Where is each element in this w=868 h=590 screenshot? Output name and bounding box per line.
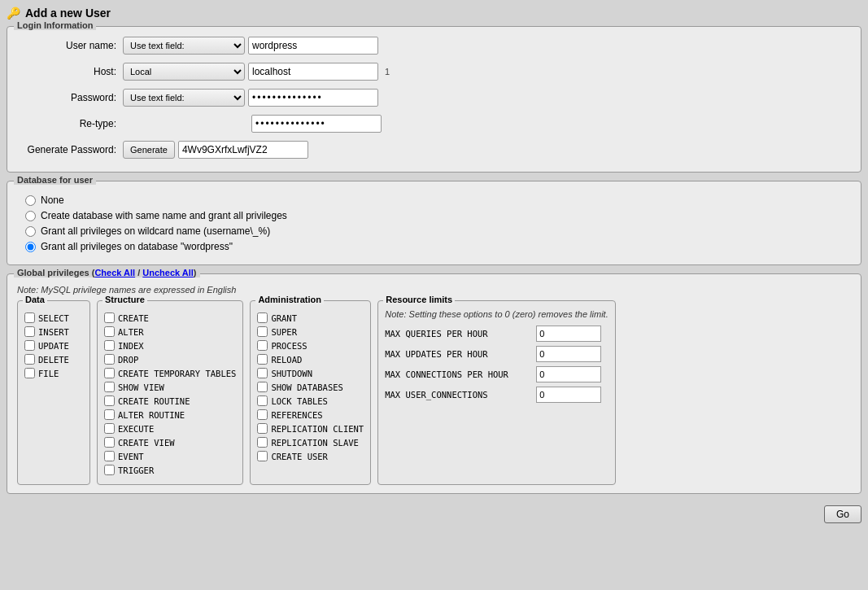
checkbox-show-databases[interactable] [257, 382, 268, 392]
label-event: EVENT [118, 452, 144, 461]
host-type-select[interactable]: Local [123, 63, 245, 81]
priv-note: Note: MySQL privilege names are expresse… [17, 285, 236, 295]
check-all-link[interactable]: Check All [94, 268, 135, 278]
priv-item-trigger: TRIGGER [104, 465, 236, 475]
checkbox-drop[interactable] [104, 354, 115, 365]
checkbox-alter-routine[interactable] [104, 409, 115, 420]
checkbox-select[interactable] [24, 312, 35, 323]
checkbox-references[interactable] [257, 409, 268, 420]
admin-priv-items: GRANT SUPER PROCESS RELOAD SHUTDOWN [257, 312, 364, 461]
login-section-legend: Login Information [14, 20, 96, 30]
priv-item-replication-slave: REPLICATION SLAVE [257, 437, 364, 448]
checkbox-replication-client[interactable] [257, 423, 268, 434]
password-row: Password: Use text field: [17, 85, 851, 107]
checkbox-create-routine[interactable] [104, 396, 115, 406]
uncheck-all-link[interactable]: Uncheck All [142, 268, 194, 278]
host-note: 1 [385, 67, 390, 76]
checkbox-super[interactable] [257, 326, 268, 337]
generated-password-input[interactable] [178, 141, 308, 159]
priv-item-create-routine: CREATE ROUTINE [104, 396, 236, 406]
db-specific-radio[interactable] [25, 242, 36, 252]
checkbox-replication-slave[interactable] [257, 437, 268, 448]
db-none-radio[interactable] [25, 195, 36, 206]
db-create-radio[interactable] [25, 211, 36, 221]
checkbox-index[interactable] [104, 340, 115, 351]
label-references: REFERENCES [271, 410, 322, 420]
priv-item-file: FILE [24, 368, 83, 378]
label-create-routine: CREATE ROUTINE [118, 396, 190, 406]
max-connections-label: MAX CONNECTIONS PER HOUR [385, 369, 531, 379]
priv-groups-container: Data SELECT INSERT UPDATE DELETE [17, 300, 851, 485]
label-replication-client: REPLICATION CLIENT [271, 424, 364, 434]
username-input[interactable] [248, 37, 378, 55]
checkbox-create[interactable] [104, 312, 115, 323]
retype-input[interactable] [251, 115, 382, 133]
priv-item-replication-client: REPLICATION CLIENT [257, 423, 364, 434]
priv-item-super: SUPER [257, 326, 364, 337]
retype-row: Re-type: [17, 111, 851, 133]
database-section: Database for user None Create database w… [7, 181, 861, 265]
label-super: SUPER [271, 327, 297, 337]
checkbox-process[interactable] [257, 340, 268, 351]
global-priv-legend: Global privileges (Check All / Uncheck A… [14, 268, 200, 278]
generate-controls: Generate [123, 141, 308, 159]
max-updates-input[interactable] [536, 346, 601, 362]
priv-item-create-temp: CREATE TEMPORARY TABLES [104, 368, 236, 378]
db-wildcard-radio[interactable] [25, 226, 36, 237]
checkbox-create-view[interactable] [104, 437, 115, 448]
data-priv-box: Data SELECT INSERT UPDATE DELETE [17, 300, 90, 485]
priv-item-shutdown: SHUTDOWN [257, 368, 364, 378]
retype-label: Re-type: [17, 118, 123, 129]
password-input[interactable] [248, 89, 378, 107]
priv-item-event: EVENT [104, 451, 236, 461]
generate-label: Generate Password: [17, 144, 123, 155]
checkbox-lock-tables[interactable] [257, 396, 268, 406]
checkbox-alter[interactable] [104, 326, 115, 337]
checkbox-shutdown[interactable] [257, 368, 268, 378]
checkbox-event[interactable] [104, 451, 115, 461]
host-controls: Local 1 [123, 63, 390, 81]
checkbox-trigger[interactable] [104, 465, 115, 475]
go-button[interactable]: Go [824, 505, 861, 523]
structure-priv-legend: Structure [103, 295, 147, 304]
priv-item-grant: GRANT [257, 312, 364, 323]
checkbox-delete[interactable] [24, 354, 35, 365]
max-user-connections-label: MAX USER_CONNECTIONS [385, 390, 531, 400]
priv-item-alter: ALTER [104, 326, 236, 337]
priv-item-create-view: CREATE VIEW [104, 437, 236, 448]
max-connections-row: MAX CONNECTIONS PER HOUR [385, 366, 608, 382]
max-user-connections-input[interactable] [536, 387, 601, 403]
checkbox-grant[interactable] [257, 312, 268, 323]
generate-button[interactable]: Generate [123, 141, 175, 159]
label-show-databases: SHOW DATABASES [271, 382, 343, 392]
username-type-select[interactable]: Use text field: [123, 37, 245, 55]
checkbox-insert[interactable] [24, 326, 35, 337]
checkbox-reload[interactable] [257, 354, 268, 365]
label-show-view: SHOW VIEW [118, 382, 164, 392]
label-lock-tables: LOCK TABLES [271, 396, 328, 406]
label-index: INDEX [118, 341, 144, 351]
password-type-select[interactable]: Use text field: [123, 89, 245, 107]
checkbox-file[interactable] [24, 368, 35, 378]
page-title: 🔑 Add a new User [7, 7, 861, 20]
priv-item-references: REFERENCES [257, 409, 364, 420]
host-input[interactable] [248, 63, 378, 81]
checkbox-execute[interactable] [104, 423, 115, 434]
host-row: Host: Local 1 [17, 59, 851, 81]
checkbox-show-view[interactable] [104, 382, 115, 392]
label-reload: RELOAD [271, 355, 302, 365]
max-queries-input[interactable] [536, 326, 601, 342]
priv-item-show-databases: SHOW DATABASES [257, 382, 364, 392]
max-connections-input[interactable] [536, 366, 601, 382]
checkbox-update[interactable] [24, 340, 35, 351]
checkbox-create-user[interactable] [257, 451, 268, 461]
label-trigger: TRIGGER [118, 465, 154, 475]
db-wildcard-label: Grant all privileges on wildcard name (u… [41, 225, 270, 237]
label-update: UPDATE [38, 341, 69, 351]
label-process: PROCESS [271, 341, 307, 351]
priv-item-process: PROCESS [257, 340, 364, 351]
label-execute: EXECUTE [118, 424, 154, 434]
priv-item-insert: INSERT [24, 326, 83, 337]
checkbox-create-temp[interactable] [104, 368, 115, 378]
password-controls: Use text field: [123, 89, 378, 107]
